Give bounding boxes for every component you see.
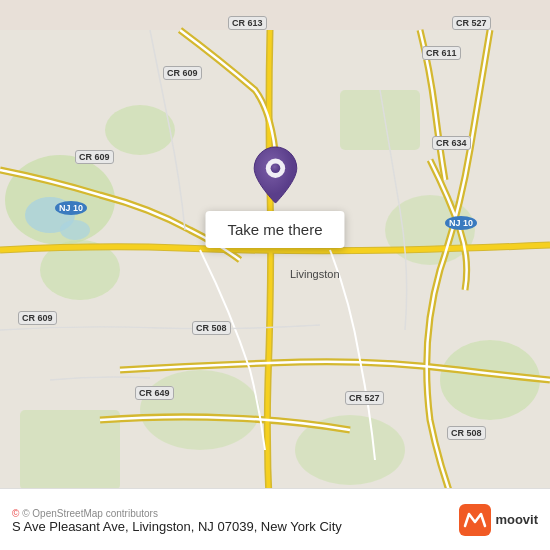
svg-text:Livingston: Livingston <box>290 268 340 280</box>
svg-rect-3 <box>340 90 420 150</box>
moovit-icon <box>459 504 491 536</box>
svg-point-6 <box>140 370 260 450</box>
address-info: © © OpenStreetMap contributors S Ave Ple… <box>12 506 342 534</box>
location-pin-icon <box>250 145 300 205</box>
svg-point-11 <box>60 220 90 240</box>
take-me-there-container: Take me there <box>205 145 344 248</box>
info-bar: © © OpenStreetMap contributors S Ave Ple… <box>0 488 550 550</box>
svg-point-8 <box>105 105 175 155</box>
moovit-app-name: moovit <box>495 512 538 527</box>
take-me-there-button[interactable]: Take me there <box>205 211 344 248</box>
svg-point-14 <box>270 163 280 173</box>
osm-attribution: © © OpenStreetMap contributors <box>12 508 342 519</box>
address-text: S Ave Pleasant Ave, Livingston, NJ 07039… <box>12 519 342 534</box>
moovit-logo: moovit <box>459 504 538 536</box>
map-container: Livingston CR 613 CR 527 CR 609 CR 611 C… <box>0 0 550 550</box>
